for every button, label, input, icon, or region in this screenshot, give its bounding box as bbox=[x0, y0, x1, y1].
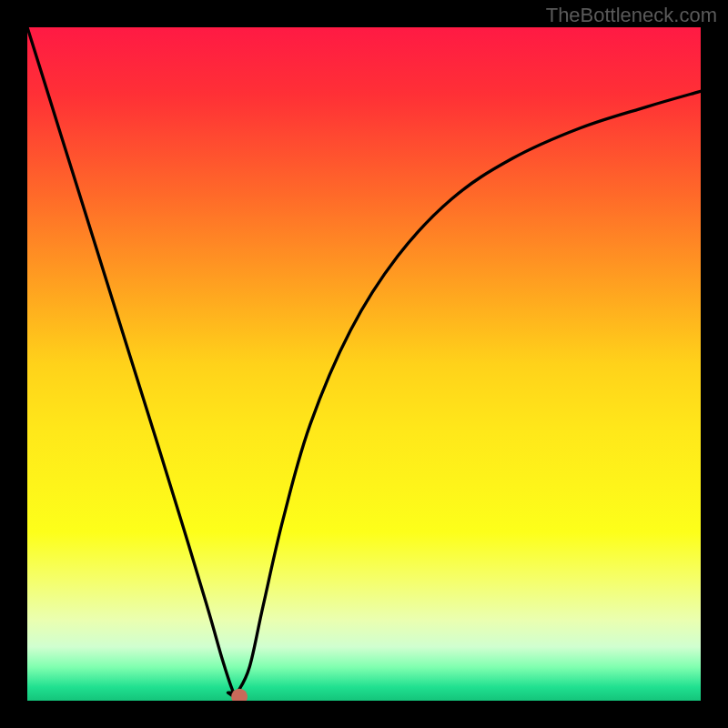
chart-container: TheBottleneck.com bbox=[0, 0, 728, 728]
chart-svg bbox=[27, 27, 701, 701]
watermark-text: TheBottleneck.com bbox=[546, 4, 717, 27]
plot-area bbox=[27, 27, 701, 701]
gradient-background bbox=[27, 27, 701, 701]
